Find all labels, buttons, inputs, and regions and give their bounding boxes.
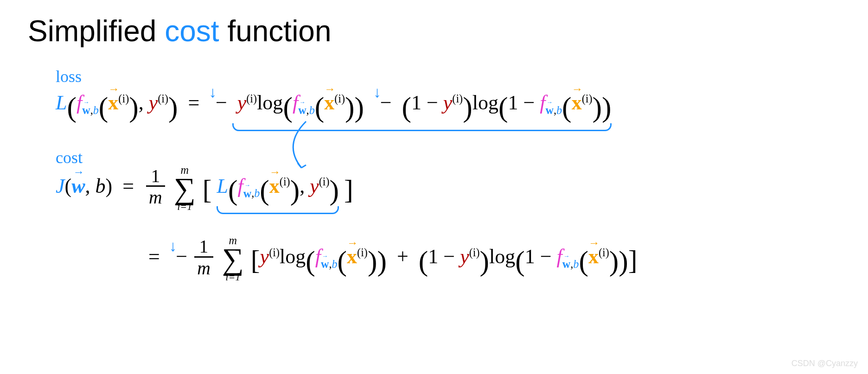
sigma-icon: m∑i=1 bbox=[174, 165, 196, 212]
cost-bracket-underbraced: L(fw,b(x(i)), y(i)) bbox=[217, 173, 339, 208]
loss-rhs-underbraced: y(i)log(fw,b(x(i))) ↓− (1 − y(i))log(1 −… bbox=[232, 83, 612, 125]
slide-title: Simplified cost function bbox=[28, 14, 840, 48]
title-post: function bbox=[219, 14, 332, 48]
cost-block: cost J(w, b) = 1m m∑i=1 [ L(fw,b(x(i)), … bbox=[28, 148, 840, 212]
sigma-icon: m∑i=1 bbox=[222, 235, 244, 282]
cost-formula: J(w, b) = 1m m∑i=1 [ L(fw,b(x(i)), y(i))… bbox=[56, 165, 840, 212]
cost-expanded-block: = ↓− 1m m∑i=1 [y(i)log(fw,b(x(i))) + (1 … bbox=[121, 235, 840, 282]
cost-expanded-formula: = ↓− 1m m∑i=1 [y(i)log(fw,b(x(i))) + (1 … bbox=[148, 235, 840, 282]
loss-formula: L(fw,b(x(i)), y(i)) = ↓− y(i)log(fw,b(x(… bbox=[56, 83, 840, 125]
slide: Simplified cost function loss L(fw,b(x(i… bbox=[0, 0, 868, 374]
loss-block: loss L(fw,b(x(i)), y(i)) = ↓− y(i)log(fw… bbox=[28, 67, 840, 125]
title-pre: Simplified bbox=[28, 14, 165, 48]
watermark: CSDN @Cyanzzy bbox=[791, 359, 858, 368]
title-cost: cost bbox=[165, 14, 219, 48]
one-over-m: 1m bbox=[194, 238, 213, 279]
one-over-m: 1m bbox=[146, 167, 165, 209]
